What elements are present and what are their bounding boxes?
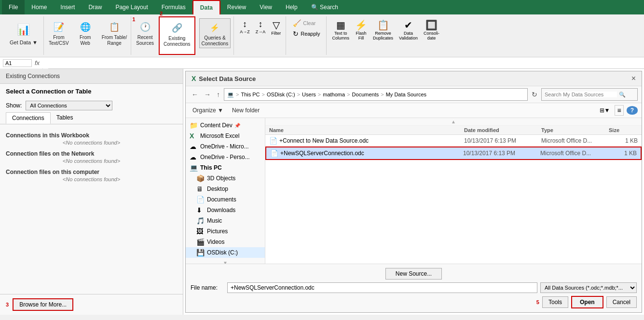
tree-item-onedrive-micro[interactable]: ☁ OneDrive - Micro... [186, 141, 265, 152]
file-type-connect: Microsoft Office D... [541, 137, 609, 144]
from-table-button[interactable]: 📋 From Table/Range [100, 18, 129, 47]
recent-sources-label: RecentSources [136, 35, 154, 46]
file-row-connect[interactable]: 📄 +Connect to New Data Source.odc 10/13/… [265, 135, 642, 147]
cancel-button[interactable]: Cancel [606, 296, 637, 308]
search-tab[interactable]: 🔍 Search [304, 0, 345, 14]
excel-tree-icon: X [190, 132, 198, 140]
col-date-header[interactable]: Date modified [464, 127, 541, 133]
view-details-button[interactable]: ≡ [615, 105, 623, 116]
tree-item-osdisk[interactable]: 💾 OSDisk (C:) [186, 247, 265, 258]
file-type-newsql: Microsoft Office D... [540, 150, 608, 157]
tree-item-content-dev[interactable]: 📁 Content Dev 📌 [186, 120, 265, 131]
tab-view[interactable]: View [253, 0, 279, 14]
filter-button[interactable]: ▽ Filter [269, 18, 283, 37]
sort-az-button[interactable]: ↕ A→Z [238, 18, 252, 37]
breadcrumb-thispc[interactable]: This PC [241, 92, 260, 97]
view-options-button[interactable]: ⊞▼ [598, 106, 612, 115]
clear-button[interactable]: 🧹 Clear [290, 18, 323, 28]
tab-draw[interactable]: Draw [82, 0, 109, 14]
col-type-header[interactable]: Type [541, 127, 609, 133]
cell-reference-box[interactable]: A1 [3, 59, 32, 67]
tab-help[interactable]: Help [279, 0, 304, 14]
file-select-row: File name: All Data Sources (*.odc;*.mdb… [191, 281, 637, 294]
show-label: Show: [6, 102, 22, 109]
ribbon-group-more: ▦ Text toColumns ⚡ FlashFill 📋 RemoveDup… [328, 16, 640, 55]
tree-item-excel[interactable]: X Microsoft Excel [186, 131, 265, 141]
search-input[interactable] [545, 92, 617, 97]
breadcrumb-osdisk[interactable]: OSDisk (C:) [267, 92, 295, 97]
reapply-button[interactable]: ↻ Reapply [290, 29, 323, 39]
tree-item-pictures[interactable]: 🖼 Pictures [186, 226, 265, 237]
nav-refresh-button[interactable]: ↻ [530, 90, 539, 99]
organize-button[interactable]: Organize ▼ [190, 106, 226, 115]
section-network-sub: <No connections found> [6, 157, 177, 165]
help-button[interactable]: ? [627, 106, 638, 115]
queries-connections-button[interactable]: ⚡ Queries &Connections [199, 18, 231, 48]
flash-fill-button[interactable]: ⚡ FlashFill [353, 18, 369, 53]
tab-insert[interactable]: Insert [54, 0, 82, 14]
tab-page-layout[interactable]: Page Layout [109, 0, 154, 14]
consolidate-button[interactable]: 🔲 Consoli-date [422, 18, 441, 53]
get-data-button[interactable]: 📊 Get Data ▼ [7, 18, 41, 47]
from-table-label: From Table/Range [102, 35, 127, 46]
tree-item-downloads[interactable]: ⬇ Downloads [186, 205, 265, 215]
tab-file[interactable]: File [2, 0, 25, 14]
consolidate-icon: 🔲 [425, 19, 438, 31]
tree-item-videos[interactable]: 🎬 Videos [186, 237, 265, 247]
sort-za-button[interactable]: ↕ Z→A [254, 18, 268, 37]
new-source-button[interactable]: New Source... [385, 268, 442, 280]
breadcrumb-item: 💻 [227, 92, 234, 98]
tree-item-this-pc[interactable]: 💻 This PC [186, 162, 265, 173]
tree-item-music[interactable]: 🎵 Music [186, 215, 265, 226]
breadcrumb-mathoma[interactable]: mathoma [323, 92, 345, 97]
col-name-header[interactable]: Name [269, 127, 464, 133]
section-workbook-title: Connections in this Workbook [6, 132, 177, 139]
table-icon: 📋 [107, 19, 122, 35]
filename-input[interactable] [227, 282, 537, 293]
dialog-close-button[interactable]: × [631, 74, 636, 83]
from-web-label: FromWeb [80, 35, 91, 46]
connections-list: Connections in this Workbook <No connect… [0, 124, 183, 294]
pictures-icon: 🖼 [196, 227, 205, 235]
tab-connections[interactable]: Connections [6, 112, 51, 124]
from-web-button[interactable]: 🌐 FromWeb [76, 18, 95, 47]
browse-for-more-button[interactable]: Browse for More... [13, 298, 73, 311]
tree-item-desktop[interactable]: 🖥 Desktop [186, 184, 265, 194]
open-button[interactable]: Open [571, 296, 603, 308]
existing-connections-label: ExistingConnections [164, 36, 191, 47]
tab-home[interactable]: Home [25, 0, 54, 14]
step2-badge: 2 [160, 11, 163, 16]
tab-data[interactable]: Data [192, 0, 220, 14]
tab-tables[interactable]: Tables [51, 112, 79, 124]
show-select[interactable]: All Connections This Workbook Network Co… [26, 101, 112, 110]
breadcrumb-users[interactable]: Users [302, 92, 316, 97]
new-folder-button[interactable]: New folder [229, 106, 262, 115]
3d-objects-icon: 📦 [196, 174, 205, 182]
nav-forward-button[interactable]: → [202, 90, 213, 99]
recent-sources-button[interactable]: 🕐 RecentSources [134, 18, 156, 47]
breadcrumb-mydatasources[interactable]: My Data Sources [386, 92, 426, 97]
remove-dup-button[interactable]: 📋 RemoveDuplicates [371, 18, 395, 53]
from-text-csv-button[interactable]: 📝 FromText/CSV [47, 18, 71, 47]
filetype-select[interactable]: All Data Sources (*.odc;*.mdb;*... [540, 282, 637, 293]
tab-review[interactable]: Review [220, 0, 253, 14]
tree-item-3d-objects[interactable]: 📦 3D Objects [186, 173, 265, 184]
dialog-nav: ← → ↑ 💻 > This PC > OSDisk (C:) > Users … [186, 86, 642, 103]
tree-item-documents[interactable]: 📄 Documents [186, 194, 265, 205]
scroll-up-indicator: ▲ [265, 118, 642, 126]
filter-icon: ▽ [273, 19, 280, 31]
nav-back-button[interactable]: ← [190, 90, 200, 99]
text-to-col-button[interactable]: ▦ Text toColumns [330, 18, 352, 53]
sort-az-label: A→Z [240, 29, 250, 34]
existing-connections-button[interactable]: 🔗 ExistingConnections [162, 19, 192, 48]
breadcrumb-documents[interactable]: Documents [352, 92, 379, 97]
tools-button[interactable]: Tools [542, 296, 568, 308]
file-row-newsql[interactable]: 4 📄 +NewSQLServerConnection.odc 10/13/20… [265, 147, 642, 160]
dialog-toolbar: Organize ▼ New folder ⊞▼ ≡ ? [186, 103, 642, 118]
formula-input[interactable] [42, 60, 641, 67]
file-dialog: X Select Data Source × ← → ↑ 💻 > This PC… [185, 71, 642, 313]
col-size-header[interactable]: Size [609, 127, 638, 133]
tree-item-onedrive-perso[interactable]: ☁ OneDrive - Perso... [186, 152, 265, 162]
data-validation-button[interactable]: ✔ DataValidation [397, 18, 420, 53]
nav-up-button[interactable]: ↑ [215, 90, 222, 99]
